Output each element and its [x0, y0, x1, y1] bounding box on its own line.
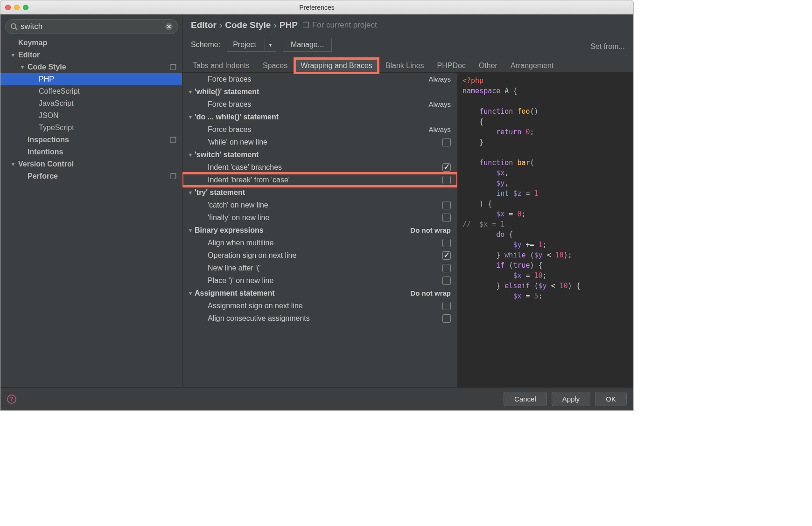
checkbox-icon[interactable] [442, 239, 451, 247]
checkbox-icon[interactable] [442, 277, 451, 285]
tree-json[interactable]: JSON [0, 110, 182, 122]
help-icon[interactable]: ? [7, 394, 16, 404]
tree-keymap[interactable]: Keymap [0, 37, 182, 49]
search-input[interactable] [18, 21, 165, 32]
svg-point-0 [11, 24, 16, 28]
checkbox-icon[interactable] [442, 201, 451, 209]
tree-inspections[interactable]: Inspections❐ [0, 134, 182, 146]
tab-spaces[interactable]: Spaces [257, 59, 293, 73]
copy-icon: ❐ [170, 63, 176, 72]
set-from-link[interactable]: Set from... [590, 42, 625, 51]
project-note-label: For current project [312, 21, 377, 30]
copy-icon: ❐ [170, 172, 176, 181]
window-title: Preferences [0, 4, 633, 11]
tree-typescript[interactable]: TypeScript [0, 122, 182, 134]
sidebar: Keymap ▼Editor ▼Code Style❐ PHP CoffeeSc… [0, 14, 182, 387]
copy-icon: ❐ [170, 136, 176, 145]
row-while-newline[interactable]: 'while' on new line [182, 136, 457, 148]
crumb-editor[interactable]: Editor [191, 20, 217, 30]
tab-phpdoc[interactable]: PHPDoc [432, 59, 471, 73]
row-op-sign-next[interactable]: Operation sign on next line [182, 249, 457, 262]
chevron-down-icon: ▼ [265, 38, 276, 51]
row-indent-case[interactable]: Indent 'case' branches [182, 161, 457, 173]
cancel-button[interactable]: Cancel [504, 392, 547, 406]
checkbox-icon[interactable] [442, 251, 451, 260]
row-catch-newline[interactable]: 'catch' on new line [182, 199, 457, 211]
tabs: Tabs and Indents Spaces Wrapping and Bra… [182, 58, 633, 73]
tab-arrangement[interactable]: Arrangement [505, 59, 560, 73]
checkbox-icon[interactable] [442, 314, 451, 323]
checkbox-icon[interactable] [442, 176, 451, 184]
checkbox-icon[interactable] [442, 214, 451, 222]
row-force-braces-2[interactable]: Force bracesAlways [182, 98, 457, 111]
row-newline-after-paren[interactable]: New line after '(' [182, 262, 457, 274]
close-icon[interactable] [5, 5, 11, 10]
crumb-codestyle[interactable]: Code Style [225, 20, 271, 30]
tree-vcs[interactable]: ▼Version Control [0, 158, 182, 170]
row-switch-stmt[interactable]: ▼'switch' statement [182, 148, 457, 161]
project-icon: ❐ [302, 21, 309, 30]
chevron-right-icon: › [273, 20, 276, 30]
ok-button[interactable]: OK [595, 392, 627, 406]
tree-intentions[interactable]: Intentions [0, 146, 182, 158]
tab-other[interactable]: Other [473, 59, 503, 73]
row-place-paren-newline[interactable]: Place ')' on new line [182, 274, 457, 287]
scheme-select[interactable]: Project ▼ [227, 38, 276, 52]
code-preview: <?php namespace A { function foo() { ret… [458, 73, 633, 387]
tree-php[interactable]: PHP [0, 73, 182, 85]
manage-button[interactable]: Manage... [283, 38, 332, 52]
tab-tabs-indents[interactable]: Tabs and Indents [187, 59, 255, 73]
checkbox-icon[interactable] [442, 264, 451, 272]
search-icon [10, 23, 18, 30]
main-pane: Editor › Code Style › PHP ❐ For current … [182, 14, 633, 387]
checkbox-icon[interactable] [442, 138, 451, 146]
row-dowhile-stmt[interactable]: ▼'do ... while()' statement [182, 111, 457, 123]
minimize-icon[interactable] [14, 5, 20, 10]
row-binary-expr[interactable]: ▼Binary expressionsDo not wrap [182, 224, 457, 236]
tree-coffeescript[interactable]: CoffeeScript [0, 85, 182, 97]
tab-wrapping-braces[interactable]: Wrapping and Braces [295, 59, 378, 73]
chevron-right-icon: › [219, 20, 222, 30]
checkbox-icon[interactable] [442, 163, 451, 172]
row-indent-break[interactable]: Indent 'break' from 'case' [182, 173, 457, 186]
clear-icon[interactable] [165, 22, 173, 31]
checkbox-icon[interactable] [442, 302, 451, 310]
tree-editor[interactable]: ▼Editor [0, 49, 182, 61]
tree-javascript[interactable]: JavaScript [0, 97, 182, 110]
svg-line-1 [15, 28, 17, 30]
row-assign-sign-next[interactable]: Assignment sign on next line [182, 299, 457, 312]
row-while-stmt[interactable]: ▼'while()' statement [182, 85, 457, 98]
row-assignment-stmt[interactable]: ▼Assignment statementDo not wrap [182, 287, 457, 299]
search-box[interactable] [5, 19, 178, 34]
apply-button[interactable]: Apply [552, 392, 591, 406]
row-finally-newline[interactable]: 'finally' on new line [182, 211, 457, 224]
footer: ? Cancel Apply OK [0, 387, 633, 410]
zoom-icon[interactable] [23, 5, 28, 10]
titlebar: Preferences [0, 0, 633, 14]
crumb-php: PHP [280, 20, 298, 30]
row-try-stmt[interactable]: ▼'try' statement [182, 186, 457, 199]
settings-tree: Keymap ▼Editor ▼Code Style❐ PHP CoffeeSc… [0, 37, 182, 383]
row-force-braces-1[interactable]: Force bracesAlways [182, 73, 457, 85]
tree-codestyle[interactable]: ▼Code Style❐ [0, 61, 182, 73]
row-align-multiline[interactable]: Align when multiline [182, 236, 457, 249]
tab-blank-lines[interactable]: Blank Lines [380, 59, 430, 73]
settings-list: Force bracesAlways ▼'while()' statement … [182, 73, 458, 387]
scheme-value: Project [227, 41, 265, 49]
tree-perforce[interactable]: Perforce❐ [0, 170, 182, 182]
scheme-label: Scheme: [191, 41, 220, 49]
row-force-braces-3[interactable]: Force bracesAlways [182, 123, 457, 136]
row-align-consec-assign[interactable]: Align consecutive assignments [182, 312, 457, 325]
breadcrumb: Editor › Code Style › PHP ❐ For current … [191, 20, 625, 30]
